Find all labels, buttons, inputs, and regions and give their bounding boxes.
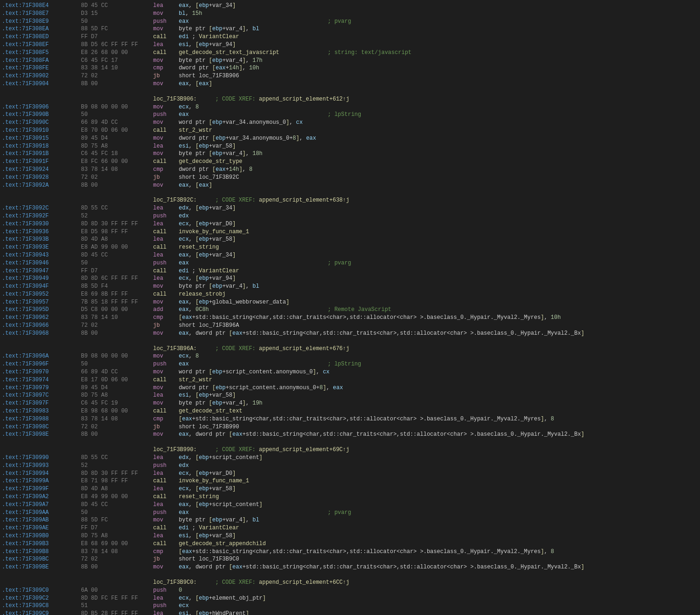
comment: ; pvarg <box>328 259 351 267</box>
address: .text:71F309AE <box>2 524 81 532</box>
bytes: 83 78 14 08 <box>81 166 153 174</box>
mnemonic: jb <box>153 174 179 182</box>
label-line: loc_71F3B906:; CODE XREF: append_script_… <box>0 95 700 103</box>
bytes: 8D 8D 6C FF FF FF <box>81 275 153 283</box>
mnemonic: lea <box>153 41 179 49</box>
mnemonic: add <box>153 306 179 314</box>
mnemonic: lea <box>153 610 179 615</box>
operands: ecx, [ebp+var_58] <box>179 485 328 493</box>
operands: edx, [ebp+var_34] <box>179 204 328 212</box>
disasm-line: .text:71F3097066 89 4D CCmovword ptr [eb… <box>0 368 700 376</box>
label-comment: ; CODE XREF: append_script_element+676↑j <box>215 345 350 353</box>
operands: eax, [eax] <box>179 182 328 189</box>
operands: ecx, [ebp+var_94] <box>179 275 328 283</box>
label-name: loc_71F3B906: <box>153 95 197 103</box>
operands: short loc_71F3B906 <box>179 72 328 80</box>
operands: eax, 0C8h <box>179 306 328 314</box>
address: .text:71F3097C <box>2 392 81 399</box>
comment: ; pvarg <box>328 509 351 517</box>
address: .text:71F309A2 <box>2 493 81 501</box>
address: .text:71F3099F <box>2 485 81 493</box>
address: .text:71F30910 <box>2 127 81 135</box>
disasm-line: .text:71F309B08D 75 A8leaesi, [ebp+var_5… <box>0 532 700 540</box>
operands: 0 <box>179 587 328 595</box>
disasm-line: .text:71F309188D 75 A8leaesi, [ebp+var_5… <box>0 142 700 150</box>
operands: ecx, [ebp+var_D0] <box>179 470 328 478</box>
disasm-line: .text:71F3091589 45 D4movdword ptr [ebp+… <box>0 135 700 142</box>
operands: esi, [ebp+var_58] <box>179 392 328 399</box>
disasm-line: .text:71F3096AB9 08 00 00 00movecx, 8 <box>0 352 700 360</box>
operands: edx, [ebp+script_content] <box>179 454 328 462</box>
empty-line <box>0 439 700 446</box>
label-name: loc_71F3B96A: <box>153 345 197 353</box>
bytes: 72 02 <box>81 174 153 182</box>
address: .text:71F308F5 <box>2 49 81 57</box>
bytes: C6 45 FC 19 <box>81 399 153 407</box>
disasm-line: .text:71F3099352pushedx <box>0 462 700 470</box>
operands: [eax+std::basic_string<char,std::char_tr… <box>179 548 554 556</box>
disasm-line: .text:71F308E7D3 15movbl, 15h <box>0 10 700 18</box>
mnemonic: lea <box>153 142 179 150</box>
bytes: 8D 8D 30 FF FF FF <box>81 470 153 478</box>
disasm-line: .text:71F3094650pusheax; pvarg <box>0 259 700 267</box>
operands: eax <box>179 360 328 368</box>
mnemonic: call <box>153 243 179 251</box>
address: .text:71F308ED <box>2 33 81 41</box>
bytes: 83 78 14 08 <box>81 415 153 423</box>
bytes: 8B 00 <box>81 80 153 88</box>
address: .text:71F308EA <box>2 25 81 33</box>
operands: byte ptr [ebp+var_4], bl <box>179 283 328 291</box>
address: .text:71F30904 <box>2 80 81 88</box>
operands: dword ptr [ebp+script_content.anonymous_… <box>179 384 343 392</box>
disasm-line: .text:71F3098883 78 14 08cmp[eax+std::ba… <box>0 415 700 423</box>
operands: eax, dword ptr [eax+std::basic_string<ch… <box>179 330 584 338</box>
mnemonic: mov <box>153 431 179 439</box>
address: .text:71F309AB <box>2 516 81 524</box>
address: .text:71F3095D <box>2 306 81 314</box>
bytes: 72 02 <box>81 322 153 330</box>
disasm-line: .text:71F309948D 8D 30 FF FF FFleaecx, [… <box>0 470 700 478</box>
mnemonic: push <box>153 212 179 220</box>
comment: ; Remote JavaScript <box>328 306 391 314</box>
bytes: 7B 85 18 FF FF FF <box>81 298 153 306</box>
label-line: loc_71F3B92C:; CODE XREF: append_script_… <box>0 196 700 204</box>
bytes: 8D 55 CC <box>81 454 153 462</box>
bytes: E8 D5 98 FF FF <box>81 228 153 236</box>
mnemonic: push <box>153 111 179 119</box>
operands: eax, [eax] <box>179 80 328 88</box>
operands: invoke_by_func_name_1 <box>179 477 328 485</box>
address: .text:71F3092A <box>2 182 81 189</box>
operands: eax, dword ptr [eax+std::basic_string<ch… <box>179 563 584 571</box>
disasm-line: .text:71F309438D 45 CCleaeax, [ebp+var_3… <box>0 251 700 259</box>
bytes: 8B 00 <box>81 330 153 338</box>
mnemonic: call <box>153 127 179 135</box>
operands: esi, [ebp+var_58] <box>179 142 328 150</box>
operands: ecx, [ebp+var_D0] <box>179 220 328 228</box>
bytes: 8D 55 CC <box>81 204 153 212</box>
bytes: E8 17 0D 06 00 <box>81 376 153 384</box>
mnemonic: mov <box>153 103 179 111</box>
mnemonic: lea <box>153 454 179 462</box>
address: .text:71F309B8 <box>2 548 81 556</box>
bytes: 8B 5D F4 <box>81 283 153 291</box>
operands: byte ptr [ebp+var_4], bl <box>179 516 328 524</box>
disassembly-container: .text:71F308E48D 45 CCleaeax, [ebp+var_3… <box>0 0 700 615</box>
operands: byte ptr [ebp+var_4], 17h <box>179 57 328 65</box>
disasm-line: .text:71F308EDFF D7calledi ; VariantClea… <box>0 33 700 41</box>
address: .text:71F30983 <box>2 407 81 415</box>
disasm-line: .text:71F3091FE8 FC 66 00 00callget_deco… <box>0 158 700 166</box>
address: .text:71F30918 <box>2 142 81 150</box>
operands: get_decode_str_text <box>179 407 328 415</box>
disasm-line: .text:71F309C28D 8D FC FE FF FFleaecx, [… <box>0 595 700 602</box>
operands: ecx, 8 <box>179 352 328 360</box>
address: .text:71F3092C <box>2 204 81 212</box>
address: .text:71F309C9 <box>2 610 81 615</box>
empty-line <box>0 88 700 95</box>
bytes: FF D7 <box>81 267 153 275</box>
operands: ecx, [ebp+var_58] <box>179 236 328 243</box>
disasm-line: .text:71F309C98D B5 28 FF FF FFleaesi, [… <box>0 610 700 615</box>
operands: edx <box>179 212 328 220</box>
operands: ecx <box>179 602 328 610</box>
mnemonic: call <box>153 291 179 298</box>
bytes: FF D7 <box>81 33 153 41</box>
